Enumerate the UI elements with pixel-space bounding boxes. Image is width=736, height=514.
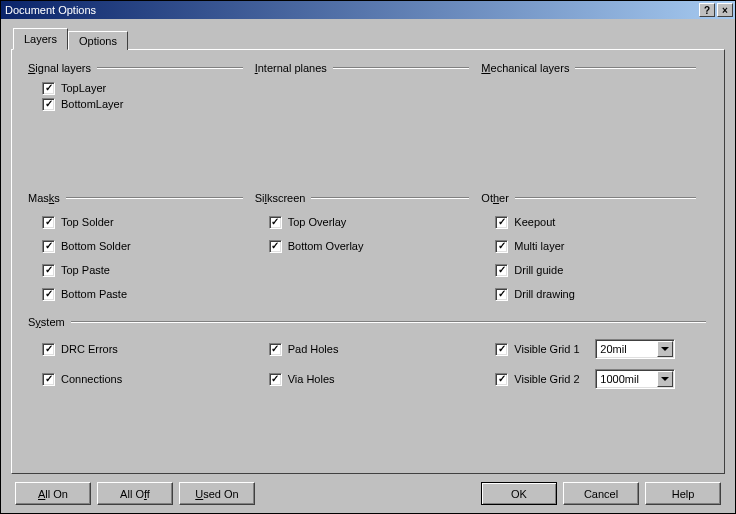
chevron-down-icon[interactable] [657,341,673,357]
group-mechanical-layers: Mechanical layers [481,62,708,74]
document-options-dialog: Document Options ? × Layers Options Sign… [0,0,736,514]
checkbox-toplayer-row: TopLayer [28,80,255,96]
label-top-overlay: Top Overlay [288,216,347,228]
checkbox-visible-grid-2[interactable] [495,373,508,386]
checkbox-connections[interactable] [42,373,55,386]
label-via-holes: Via Holes [288,373,335,385]
label-visible-grid-1: Visible Grid 1 [514,343,579,355]
checkbox-multi-layer[interactable] [495,240,508,253]
all-on-button[interactable]: All On [15,482,91,505]
help-icon[interactable]: ? [699,3,715,17]
group-internal-planes: Internal planes [255,62,482,74]
all-off-button[interactable]: All Off [97,482,173,505]
label-bottom-solder: Bottom Solder [61,240,131,252]
close-icon[interactable]: × [717,3,733,17]
checkbox-visible-grid-1[interactable] [495,343,508,356]
tab-layers[interactable]: Layers [13,28,68,50]
cancel-button[interactable]: Cancel [563,482,639,505]
label-bottom-overlay: Bottom Overlay [288,240,364,252]
checkbox-bottom-solder[interactable] [42,240,55,253]
group-other: Other [481,192,708,204]
label-top-solder: Top Solder [61,216,114,228]
checkbox-drill-drawing[interactable] [495,288,508,301]
label-drill-drawing: Drill drawing [514,288,575,300]
label-bottom-paste: Bottom Paste [61,288,127,300]
button-row: All On All Off Used On OK Cancel Help [11,474,725,505]
label-drc-errors: DRC Errors [61,343,118,355]
group-masks: Masks [28,192,255,204]
checkbox-drill-guide[interactable] [495,264,508,277]
checkbox-drc-errors[interactable] [42,343,55,356]
tabstrip: Layers Options [11,29,725,50]
titlebar-text: Document Options [5,4,697,16]
checkbox-pad-holes[interactable] [269,343,282,356]
checkbox-via-holes[interactable] [269,373,282,386]
label-multi-layer: Multi layer [514,240,564,252]
checkbox-top-solder[interactable] [42,216,55,229]
ok-button[interactable]: OK [481,482,557,505]
tabpanel-layers: Signal layers TopLayer BottomLayer Inter… [11,49,725,474]
group-system: System [28,316,708,328]
help-button[interactable]: Help [645,482,721,505]
checkbox-top-paste[interactable] [42,264,55,277]
client-area: Layers Options Signal layers TopLayer Bo… [1,19,735,513]
label-drill-guide: Drill guide [514,264,563,276]
checkbox-top-overlay[interactable] [269,216,282,229]
checkbox-bottomlayer-row: BottomLayer [28,96,255,112]
checkbox-bottom-overlay[interactable] [269,240,282,253]
checkbox-toplayer[interactable] [42,82,55,95]
label-bottomlayer: BottomLayer [61,98,123,110]
combo-visible-grid-1[interactable]: 20mil [595,339,675,359]
group-signal-layers: Signal layers [28,62,255,74]
label-pad-holes: Pad Holes [288,343,339,355]
checkbox-bottom-paste[interactable] [42,288,55,301]
label-connections: Connections [61,373,122,385]
tab-options[interactable]: Options [68,31,128,50]
label-keepout: Keepout [514,216,555,228]
checkbox-keepout[interactable] [495,216,508,229]
label-visible-grid-2: Visible Grid 2 [514,373,579,385]
group-silkscreen: Silkscreen [255,192,482,204]
checkbox-bottomlayer[interactable] [42,98,55,111]
label-toplayer: TopLayer [61,82,106,94]
titlebar: Document Options ? × [1,1,735,19]
label-top-paste: Top Paste [61,264,110,276]
combo-visible-grid-2[interactable]: 1000mil [595,369,675,389]
used-on-button[interactable]: Used On [179,482,255,505]
chevron-down-icon[interactable] [657,371,673,387]
